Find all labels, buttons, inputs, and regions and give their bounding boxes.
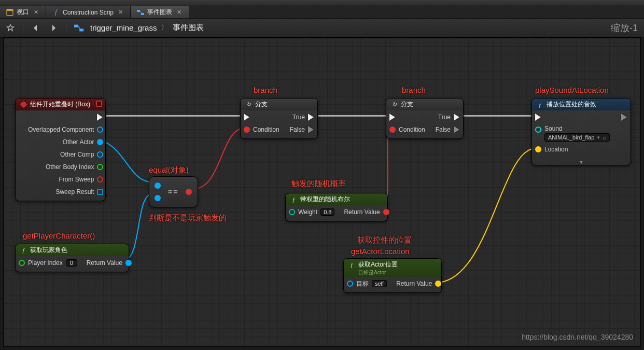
condition-pin[interactable] <box>244 127 250 133</box>
node-title: 组件开始重叠时 (Box) <box>30 100 90 109</box>
node-title: 带权重的随机布尔 <box>300 195 350 204</box>
input-pin-b[interactable] <box>155 195 161 201</box>
node-title: 获取Actor位置 <box>358 260 398 269</box>
node-branch-1[interactable]: 分支 Condition True False <box>240 98 318 139</box>
function-icon: f <box>290 196 297 203</box>
graph-icon-btn[interactable] <box>73 22 85 34</box>
blueprint-graph[interactable]: 组件开始重叠时 (Box) Overlapped Component Other… <box>3 37 641 347</box>
tab-construction[interactable]: f Construction Scrip ✕ <box>46 6 131 18</box>
node-title: 播放位置处的音效 <box>547 100 596 109</box>
sound-asset-dropdown[interactable]: ANIMAL_bird_flap▼ ⌕ <box>544 133 610 142</box>
exec-out-pin[interactable] <box>97 114 103 121</box>
tab-label: 视口 <box>17 8 29 17</box>
input-pin[interactable] <box>289 209 295 215</box>
tab-label: Construction Scrip <box>63 9 114 16</box>
close-icon[interactable]: ✕ <box>32 9 39 16</box>
zoom-level: 缩放-1 <box>611 22 638 34</box>
node-branch-2[interactable]: 分支 Condition True False <box>386 98 464 139</box>
breadcrumb-item[interactable]: 事件图表 <box>173 23 204 33</box>
function-icon: f <box>348 261 355 269</box>
exec-in-pin[interactable] <box>389 114 396 121</box>
input-pin-a[interactable] <box>155 183 161 189</box>
exec-false-pin[interactable] <box>454 126 460 133</box>
output-pin[interactable] <box>97 176 103 183</box>
node-component-begin-overlap[interactable]: 组件开始重叠时 (Box) Overlapped Component Other… <box>15 98 106 201</box>
annotation: getPlayerCharacter() <box>23 231 95 240</box>
tab-label: 事件图表 <box>147 8 172 17</box>
watermark: https://blog.csdn.net/qq_39024280 <box>522 333 633 341</box>
annotation: equal(对象) <box>149 165 189 175</box>
function-icon: f <box>20 247 27 254</box>
sound-pin[interactable] <box>535 127 541 133</box>
graph-icon <box>137 9 144 16</box>
node-title: 分支 <box>255 100 268 109</box>
delegate-pin[interactable] <box>96 101 102 107</box>
graph-nav: trigger_mine_grass 〉 事件图表 缩放-1 <box>0 19 644 37</box>
node-subtitle: 目标是Actor <box>348 269 437 276</box>
browse-icon[interactable]: ⌕ <box>603 134 606 141</box>
weight-input[interactable]: 0.8 <box>320 208 334 216</box>
expand-node[interactable]: ▼ <box>532 158 631 165</box>
annotation: 触发的随机概率 <box>291 179 346 189</box>
exec-true-pin[interactable] <box>454 114 460 121</box>
node-get-actor-location[interactable]: f 获取Actor位置 目标是Actor 目标self Return Value <box>343 258 442 293</box>
node-random-weighted-bool[interactable]: f 带权重的随机布尔 Weight0.8 Return Value <box>285 193 388 221</box>
output-pin[interactable] <box>383 209 389 215</box>
output-pin[interactable] <box>97 127 103 133</box>
exec-false-pin[interactable] <box>308 126 314 133</box>
menubar <box>0 0 644 6</box>
target-pin[interactable] <box>347 281 353 287</box>
back-icon <box>32 24 40 32</box>
editor-tabs: 视口 ✕ f Construction Scrip ✕ 事件图表 ✕ <box>0 6 644 19</box>
output-pin[interactable] <box>97 189 103 195</box>
node-title: 获取玩家角色 <box>30 246 67 255</box>
node-get-player-character[interactable]: f 获取玩家角色 Player Index0 Return Value <box>15 244 129 272</box>
branch-icon <box>245 101 252 108</box>
viewport-icon <box>6 9 13 16</box>
output-pin-other-actor[interactable] <box>97 139 103 145</box>
annotation: branch <box>254 86 277 94</box>
function-icon: f <box>52 9 60 16</box>
output-pin[interactable] <box>125 260 132 266</box>
location-pin[interactable] <box>535 146 541 152</box>
target-input[interactable]: self <box>372 280 387 287</box>
exec-out-pin[interactable] <box>621 114 627 121</box>
chevron-icon: 〉 <box>161 23 169 33</box>
condition-pin[interactable] <box>389 127 396 133</box>
output-pin[interactable] <box>186 189 192 195</box>
tab-viewport[interactable]: 视口 ✕ <box>0 6 46 18</box>
exec-in-pin[interactable] <box>535 114 541 121</box>
output-pin[interactable] <box>435 281 441 287</box>
close-icon[interactable]: ✕ <box>117 9 124 16</box>
node-play-sound-at-location[interactable]: f 播放位置处的音效 Sound ANIMAL_bird_flap▼ ⌕ Loc… <box>531 98 631 165</box>
breadcrumb-item[interactable]: trigger_mine_grass <box>90 23 157 32</box>
event-icon <box>20 101 27 108</box>
svg-marker-6 <box>20 102 26 107</box>
breadcrumb: trigger_mine_grass 〉 事件图表 <box>90 23 204 33</box>
player-index-input[interactable]: 0 <box>66 259 77 267</box>
annotation: 判断是不是玩家触发的 <box>149 213 227 223</box>
branch-icon <box>390 101 398 108</box>
node-title: 分支 <box>401 100 413 109</box>
tab-event-graph[interactable]: 事件图表 ✕ <box>131 6 189 18</box>
star-icon <box>6 23 15 33</box>
close-icon[interactable]: ✕ <box>175 9 183 16</box>
function-icon: f <box>536 101 543 108</box>
output-pin[interactable] <box>97 151 103 158</box>
node-equal-object[interactable]: == <box>149 176 198 207</box>
annotation: branch <box>402 86 426 94</box>
nav-back[interactable] <box>30 22 42 34</box>
input-pin[interactable] <box>19 260 25 266</box>
forward-icon <box>49 24 58 32</box>
exec-in-pin[interactable] <box>244 114 250 121</box>
nav-forward[interactable] <box>47 22 60 34</box>
annotation: playSoundAtLocation <box>535 86 609 94</box>
graph-icon <box>74 23 83 33</box>
output-pin[interactable] <box>97 164 103 170</box>
exec-true-pin[interactable] <box>308 114 314 121</box>
equals-icon: == <box>168 188 178 196</box>
svg-rect-4 <box>74 24 78 27</box>
annotation: 获取控件的位置 <box>357 235 412 245</box>
favorite-button[interactable] <box>4 22 17 34</box>
svg-rect-2 <box>137 10 140 12</box>
